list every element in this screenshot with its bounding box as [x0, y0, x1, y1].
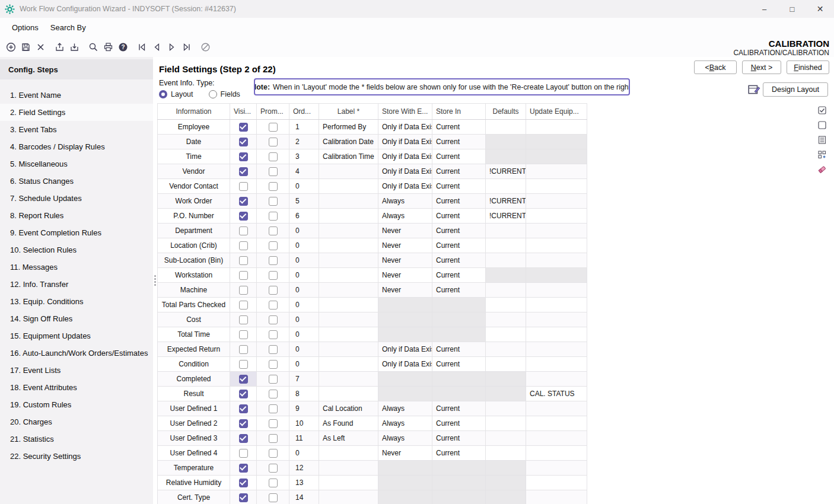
cell-defaults[interactable] — [486, 179, 526, 194]
cell-update[interactable] — [526, 476, 587, 490]
check-all-button[interactable] — [817, 105, 827, 115]
prompt-checkbox[interactable] — [269, 241, 278, 250]
cell-update[interactable] — [526, 224, 587, 238]
visible-checkbox[interactable] — [239, 301, 248, 310]
visible-checkbox[interactable] — [239, 330, 248, 339]
cell-order[interactable]: 6 — [289, 209, 319, 224]
visible-checkbox[interactable] — [239, 493, 248, 502]
maximize-button[interactable]: □ — [778, 0, 806, 18]
cell-defaults[interactable] — [486, 283, 526, 298]
cell-order[interactable]: 13 — [289, 476, 319, 490]
cell-defaults[interactable] — [486, 238, 526, 253]
previous-record-button[interactable] — [149, 39, 164, 55]
design-layout-button[interactable]: Design Layout — [763, 82, 828, 97]
cell-store_with[interactable]: Only if Data Exist — [378, 179, 432, 194]
cell-store_in[interactable]: Current — [432, 431, 486, 446]
cell-update[interactable] — [526, 490, 587, 504]
cell-order[interactable]: 0 — [289, 224, 319, 238]
cell-order[interactable]: 9 — [289, 401, 319, 416]
cell-label[interactable] — [319, 327, 378, 342]
sidebar-item-step-21[interactable]: 21. Statistics — [0, 430, 153, 448]
cell-store_with[interactable]: Never — [378, 268, 432, 283]
menu-search-by[interactable]: Search By — [44, 20, 92, 35]
sidebar-item-step-2[interactable]: 2. Field Settings — [0, 104, 153, 121]
prompt-checkbox[interactable] — [269, 464, 278, 473]
sidebar-item-step-18[interactable]: 18. Event Attributes — [0, 379, 153, 396]
cell-store_in[interactable]: Current — [432, 149, 486, 164]
cell-store_with[interactable]: Always — [378, 416, 432, 431]
cell-update[interactable] — [526, 431, 587, 446]
cell-defaults[interactable] — [486, 120, 526, 135]
cell-defaults[interactable] — [486, 446, 526, 461]
save-button[interactable] — [18, 39, 33, 55]
sidebar-item-step-16[interactable]: 16. Auto-Launch/Work Orders/Estimates — [0, 344, 153, 362]
cell-defaults[interactable] — [486, 431, 526, 446]
cell-update[interactable] — [526, 372, 587, 387]
column-header-label[interactable]: Label * — [319, 104, 378, 120]
cell-label[interactable] — [319, 357, 378, 372]
sidebar-item-step-22[interactable]: 22. Security Settings — [0, 448, 153, 465]
help-button[interactable]: ? — [116, 39, 130, 55]
column-header-update[interactable]: Update Equip... — [526, 104, 587, 120]
cell-update[interactable] — [526, 342, 587, 357]
prompt-checkbox[interactable] — [269, 449, 278, 458]
cell-update[interactable] — [526, 446, 587, 461]
cell-label[interactable] — [319, 342, 378, 357]
cell-store_in[interactable]: Current — [432, 253, 486, 268]
column-header-store_with[interactable]: Store With E... — [378, 104, 432, 120]
cell-order[interactable]: 0 — [289, 179, 319, 194]
prompt-checkbox[interactable] — [269, 493, 278, 502]
sidebar-item-step-8[interactable]: 8. Report Rules — [0, 207, 153, 224]
cell-label[interactable] — [319, 298, 378, 312]
cell-order[interactable]: 0 — [289, 342, 319, 357]
cell-store_in[interactable]: Current — [432, 209, 486, 224]
visible-checkbox[interactable] — [239, 197, 248, 206]
cell-order[interactable]: 7 — [289, 372, 319, 387]
cell-update[interactable] — [526, 312, 587, 327]
cell-update[interactable] — [526, 283, 587, 298]
cell-label[interactable] — [319, 312, 378, 327]
sidebar-item-step-4[interactable]: 4. Barcodes / Display Rules — [0, 138, 153, 155]
next-record-button[interactable] — [164, 39, 179, 55]
cell-update[interactable] — [526, 298, 587, 312]
cell-order[interactable]: 3 — [289, 149, 319, 164]
sidebar-item-step-14[interactable]: 14. Sign Off Rules — [0, 310, 153, 327]
cell-defaults[interactable]: !CURRENT_W — [486, 194, 526, 209]
cell-order[interactable]: 11 — [289, 431, 319, 446]
cancel-button[interactable] — [198, 39, 213, 55]
cell-order[interactable]: 0 — [289, 327, 319, 342]
cell-label[interactable] — [319, 461, 378, 476]
cell-order[interactable]: 12 — [289, 461, 319, 476]
cell-update[interactable] — [526, 179, 587, 194]
cell-store_with[interactable]: Always — [378, 431, 432, 446]
cell-update[interactable] — [526, 120, 587, 135]
prompt-checkbox[interactable] — [269, 138, 278, 146]
cell-order[interactable]: 4 — [289, 164, 319, 179]
finished-button[interactable]: Finished — [787, 60, 829, 74]
cell-order[interactable]: 0 — [289, 283, 319, 298]
cell-update[interactable] — [526, 238, 587, 253]
cell-label[interactable] — [319, 268, 378, 283]
prompt-checkbox[interactable] — [269, 315, 278, 324]
cell-store_with[interactable]: Never — [378, 446, 432, 461]
sidebar-item-step-7[interactable]: 7. Schedule Updates — [0, 190, 153, 207]
design-layout-icon[interactable] — [747, 83, 760, 96]
cell-label[interactable]: Performed By — [319, 120, 378, 135]
cell-label[interactable]: Calibration Date — [319, 135, 378, 149]
cell-store_with[interactable]: Never — [378, 253, 432, 268]
visible-checkbox[interactable] — [239, 315, 248, 324]
cell-label[interactable] — [319, 253, 378, 268]
column-header-info[interactable]: Information — [158, 104, 230, 120]
cell-order[interactable]: 0 — [289, 298, 319, 312]
cell-label[interactable]: As Found — [319, 416, 378, 431]
sidebar-item-step-9[interactable]: 9. Event Completion Rules — [0, 224, 153, 241]
prompt-checkbox[interactable] — [269, 390, 278, 398]
cell-defaults[interactable]: !CURRENT_P( — [486, 209, 526, 224]
cell-store_with[interactable]: Never — [378, 283, 432, 298]
prompt-checkbox[interactable] — [269, 197, 278, 206]
cell-defaults[interactable] — [486, 357, 526, 372]
prompt-checkbox[interactable] — [269, 330, 278, 339]
cell-label[interactable] — [319, 164, 378, 179]
visible-checkbox[interactable] — [239, 212, 248, 221]
cell-label[interactable] — [319, 446, 378, 461]
